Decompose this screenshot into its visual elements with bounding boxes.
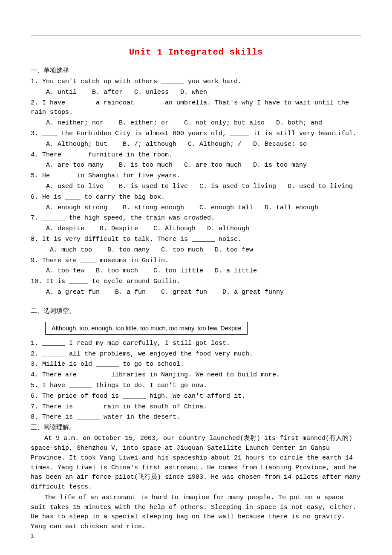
section-2-heading: 二、选词填空。 xyxy=(31,307,361,315)
mcq-question: 9. There are ____ museums in Guilin. xyxy=(31,256,361,266)
mcq-options: A. enough strong B. strong enough C. eno… xyxy=(31,203,361,213)
fill-blank-item: 4. There are _______ libraries in Nanjin… xyxy=(31,370,361,380)
section-1-heading: 一、单项选择 xyxy=(31,66,361,75)
passage-paragraph: At 9 a.m. on October 15, 2003, our count… xyxy=(31,434,361,492)
page-number: 1 xyxy=(31,532,34,539)
mcq-options: A. are too many B. is too much C. are to… xyxy=(31,161,361,171)
fill-blank-item: 3. Millie is old ______ to go to school. xyxy=(31,360,361,370)
document-page: Unit 1 Integrated skills 一、单项选择 1. You c… xyxy=(0,0,392,550)
fill-blank-item: 1. ______ I read my map carefully, I sti… xyxy=(31,339,361,349)
reading-passage: At 9 a.m. on October 15, 2003, our count… xyxy=(31,434,361,532)
mcq-list: 1. You can't catch up with others ______… xyxy=(31,77,361,298)
mcq-options: A. a great fun B. a fun C. great fun D. … xyxy=(31,288,361,298)
mcq-options: A. neither; nor B. either; or C. not onl… xyxy=(31,119,361,128)
fill-blank-item: 6. The price of food is ______ high. We … xyxy=(31,392,361,402)
top-horizontal-rule xyxy=(31,35,361,35)
mcq-question: 6. He is ____ to carry the big box. xyxy=(31,193,361,202)
fill-blank-item: 5. I have ______ things to do. I can't g… xyxy=(31,381,361,391)
mcq-question: 2. I have ______ a raincoat ______ an um… xyxy=(31,98,361,118)
mcq-question: 8. It is very difficult to talk. There i… xyxy=(31,235,361,245)
mcq-options: A. Although; but B. /; although C. Altho… xyxy=(31,140,361,150)
passage-paragraph: The life of an astronaut is hard to imag… xyxy=(31,493,361,532)
mcq-question: 5. He _____ in Shanghai for five years. xyxy=(31,171,361,181)
mcq-question: 10. It is _____ to cycle around Guilin. xyxy=(31,277,361,287)
document-title: Unit 1 Integrated skills xyxy=(31,47,361,57)
mcq-question: 4. There _____ furniture in the room. xyxy=(31,150,361,160)
fill-blank-item: 8. There is ______ water in the desert. xyxy=(31,413,361,422)
mcq-options: A. used to live B. is used to live C. is… xyxy=(31,182,361,192)
mcq-options: A. much too B. too many C. too much D. t… xyxy=(31,246,361,255)
word-bank-box: Although, too, enough, too little, too m… xyxy=(45,322,248,335)
mcq-question: 1. You can't catch up with others ______… xyxy=(31,77,361,87)
fill-blank-item: 2. ______ all the problems, we enjoyed t… xyxy=(31,350,361,359)
section-3-heading: 三、阅读理解。 xyxy=(31,423,361,431)
fill-blank-list: 1. ______ I read my map carefully, I sti… xyxy=(31,339,361,422)
mcq-options: A. despite B. Despite C. Although D. alt… xyxy=(31,224,361,234)
fill-blank-item: 7. There is ______ rain in the south of … xyxy=(31,402,361,412)
mcq-question: 7. ______ the high speed, the train was … xyxy=(31,214,361,223)
mcq-options: A. too few B. too much C. too little D. … xyxy=(31,266,361,276)
mcq-question: 3. ____ the Forbidden City is almost 600… xyxy=(31,129,361,139)
mcq-options: A. until B. after C. unless D. when xyxy=(31,88,361,98)
